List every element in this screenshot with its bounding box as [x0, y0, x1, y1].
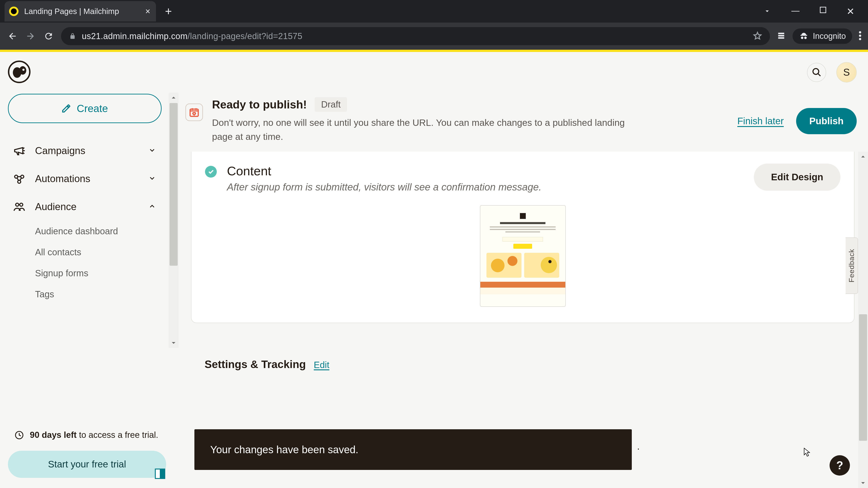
- browser-tab-strip: Landing Pages | Mailchimp × + — ✕: [0, 0, 868, 23]
- sidebar: Create Campaigns Automations Audience: [0, 93, 179, 488]
- save-toast: Your changes have been saved.: [194, 429, 632, 470]
- address-bar[interactable]: us21.admin.mailchimp.com/landing-pages/e…: [61, 27, 770, 45]
- svg-point-8: [813, 69, 819, 74]
- chevron-down-icon: [148, 173, 156, 184]
- svg-point-9: [15, 175, 18, 178]
- svg-point-1: [859, 31, 861, 33]
- calendar-heart-icon: [185, 103, 203, 121]
- clock-icon: [14, 430, 24, 440]
- landing-page-preview[interactable]: [480, 205, 566, 307]
- extensions-icon[interactable]: [777, 31, 786, 41]
- sidebar-scrollbar[interactable]: [168, 93, 179, 348]
- mailchimp-logo[interactable]: [8, 61, 31, 84]
- audience-icon: [12, 200, 26, 214]
- content-subtitle: After signup form is submitted, visitors…: [227, 182, 541, 193]
- sidebar-item-campaigns[interactable]: Campaigns: [8, 137, 160, 165]
- settings-edit-link[interactable]: Edit: [314, 360, 329, 370]
- incognito-icon: [799, 31, 809, 41]
- sidebar-subitem-tags[interactable]: Tags: [8, 284, 160, 305]
- automation-icon: [12, 172, 26, 186]
- sidebar-subitem-signup[interactable]: Signup forms: [8, 263, 160, 284]
- scroll-down-icon[interactable]: [168, 338, 179, 348]
- mailchimp-favicon: [9, 6, 19, 16]
- toast-message: Your changes have been saved.: [210, 444, 359, 456]
- mouse-cursor: [804, 448, 811, 457]
- content-title: Content: [227, 164, 541, 178]
- browser-menu-icon[interactable]: [859, 31, 861, 41]
- reload-icon[interactable]: [43, 31, 54, 42]
- publish-bar: Ready to publish! Draft Don't worry, no …: [179, 93, 868, 152]
- minimize-icon[interactable]: —: [792, 6, 800, 17]
- maximize-icon[interactable]: [820, 7, 826, 13]
- sidebar-label: Audience: [35, 201, 76, 213]
- incognito-label: Incognito: [813, 31, 846, 41]
- svg-point-13: [20, 203, 23, 206]
- svg-point-2: [859, 35, 861, 37]
- status-badge: Draft: [315, 97, 347, 112]
- settings-row-trailing: .: [637, 441, 640, 452]
- settings-title: Settings & Tracking: [205, 358, 306, 370]
- sidebar-item-automations[interactable]: Automations: [8, 165, 160, 193]
- brand-accent-bar: [0, 50, 868, 52]
- new-tab-button[interactable]: +: [165, 4, 172, 18]
- tab-search-icon[interactable]: [763, 6, 771, 17]
- scrollbar-thumb[interactable]: [169, 103, 178, 266]
- feedback-tab[interactable]: Feedback: [846, 237, 858, 294]
- bookmark-star-icon[interactable]: [753, 31, 762, 41]
- user-avatar[interactable]: S: [836, 62, 857, 83]
- main-content: Ready to publish! Draft Don't worry, no …: [179, 93, 868, 488]
- chevron-up-icon: [148, 201, 156, 213]
- sidebar-subitem-contacts[interactable]: All contacts: [8, 242, 160, 263]
- chevron-down-icon: [148, 145, 156, 156]
- forward-icon: [25, 31, 36, 42]
- finish-later-link[interactable]: Finish later: [737, 116, 784, 127]
- svg-point-10: [21, 175, 24, 178]
- svg-point-12: [16, 203, 19, 206]
- lock-icon[interactable]: [69, 33, 76, 40]
- content-section-card: Content After signup form is submitted, …: [191, 152, 855, 323]
- search-button[interactable]: [807, 63, 826, 82]
- close-window-icon[interactable]: ✕: [846, 6, 855, 17]
- incognito-badge[interactable]: Incognito: [793, 29, 852, 44]
- pencil-icon: [61, 104, 71, 113]
- megaphone-icon: [12, 144, 26, 158]
- app-header: S: [0, 52, 868, 93]
- browser-tab-active[interactable]: Landing Pages | Mailchimp ×: [4, 1, 156, 22]
- create-label: Create: [76, 102, 108, 115]
- window-controls: — ✕: [763, 6, 868, 17]
- trial-text: 90 days left to access a free trial.: [30, 429, 158, 441]
- help-button[interactable]: ?: [830, 455, 850, 476]
- scrollbar-thumb[interactable]: [859, 314, 867, 441]
- edit-design-button[interactable]: Edit Design: [754, 164, 840, 191]
- browser-toolbar: us21.admin.mailchimp.com/landing-pages/e…: [0, 23, 868, 50]
- publish-description: Don't worry, no one will see it until yo…: [212, 116, 642, 144]
- check-circle-icon: [205, 166, 217, 177]
- svg-point-7: [22, 69, 24, 71]
- scroll-up-icon[interactable]: [858, 152, 868, 162]
- main-scrollbar[interactable]: [858, 152, 868, 488]
- close-tab-icon[interactable]: ×: [145, 7, 150, 15]
- sidebar-item-audience[interactable]: Audience: [8, 193, 160, 221]
- sidebar-label: Automations: [35, 173, 90, 184]
- app-root: S Create Campaigns Automations: [0, 52, 868, 488]
- back-icon[interactable]: [7, 31, 18, 42]
- tab-title: Landing Pages | Mailchimp: [24, 7, 119, 16]
- scroll-down-icon[interactable]: [858, 478, 868, 488]
- sidebar-subitem-dashboard[interactable]: Audience dashboard: [8, 221, 160, 242]
- url-text: us21.admin.mailchimp.com/landing-pages/e…: [82, 31, 303, 41]
- svg-point-3: [859, 38, 861, 40]
- search-icon: [812, 67, 822, 77]
- publish-button[interactable]: Publish: [796, 108, 857, 134]
- create-button[interactable]: Create: [8, 94, 162, 123]
- settings-section-card: Settings & Tracking Edit: [191, 348, 855, 389]
- scroll-up-icon[interactable]: [168, 93, 179, 103]
- sidebar-label: Campaigns: [35, 145, 86, 156]
- trial-banner: 90 days left to access a free trial. Sta…: [8, 424, 166, 478]
- svg-point-0: [11, 8, 17, 14]
- main-scroll-area: Content After signup form is submitted, …: [179, 152, 868, 488]
- publish-title: Ready to publish!: [212, 98, 307, 111]
- start-trial-button[interactable]: Start your free trial: [8, 451, 166, 478]
- intercom-launcher-icon[interactable]: [155, 468, 165, 479]
